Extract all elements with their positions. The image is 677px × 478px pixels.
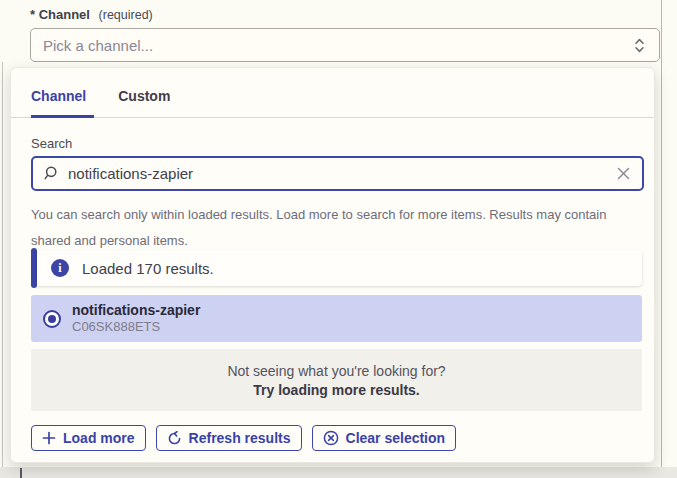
channel-option-title: notifications-zapier [72,302,200,319]
form-card-left-border [2,62,3,467]
search-field [31,156,644,191]
select-chevron-icon [632,37,647,54]
search-icon [43,165,60,182]
dropdown-tabs: Channel Custom [11,68,654,118]
channel-option-selected[interactable]: notifications-zapier C06SK888ETS [31,295,642,342]
clear-selection-label: Clear selection [346,430,446,446]
search-help-text: You can search only within loaded result… [31,202,631,254]
channel-field-label: * Channel (required) [30,7,153,22]
refresh-results-button[interactable]: Refresh results [156,425,302,451]
loaded-results-alert: i Loaded 170 results. [31,248,642,288]
dropdown-actions: Load more Refresh results Clear selectio… [31,425,456,451]
channel-option-text: notifications-zapier C06SK888ETS [72,302,200,335]
hint-line2: Try loading more results. [253,382,420,398]
clear-selection-button[interactable]: Clear selection [312,425,457,451]
load-more-label: Load more [63,430,135,446]
clear-search-icon[interactable] [615,165,632,182]
channel-dropdown-panel: Channel Custom Search You can search onl… [10,67,655,463]
form-card-right-border [661,0,662,467]
field-required-note: (required) [99,8,153,22]
circle-x-icon [323,430,339,446]
hint-line1: Not seeing what you're looking for? [227,363,445,379]
alert-body: i Loaded 170 results. [37,250,642,286]
refresh-icon [167,431,182,446]
info-icon: i [51,259,69,277]
alert-text: Loaded 170 results. [82,260,214,277]
search-input[interactable] [68,165,607,182]
next-field-edge [20,468,22,478]
field-label-text: * Channel [30,7,90,22]
load-more-button[interactable]: Load more [31,425,146,451]
channel-select[interactable]: Pick a channel... [30,28,660,62]
refresh-results-label: Refresh results [189,430,291,446]
page-background-gap [0,467,677,478]
tab-channel[interactable]: Channel [31,88,86,117]
load-more-hint: Not seeing what you're looking for? Try … [31,349,642,411]
select-placeholder: Pick a channel... [43,37,632,54]
tab-custom[interactable]: Custom [118,88,170,117]
channel-option-id: C06SK888ETS [72,319,200,335]
plus-icon [42,431,56,445]
search-label: Search [31,136,72,151]
radio-selected-icon[interactable] [43,310,61,328]
